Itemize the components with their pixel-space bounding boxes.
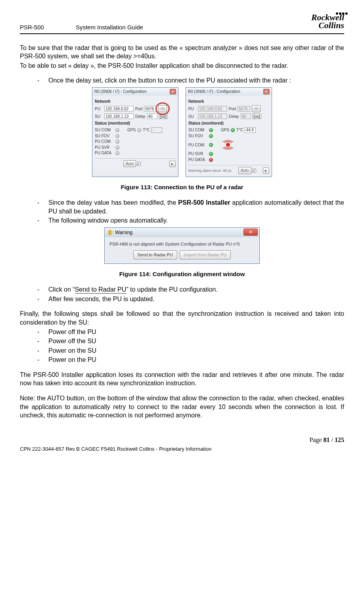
text: Click on “ — [48, 286, 75, 293]
step-text: Power on the PU — [48, 356, 344, 364]
expand-button[interactable]: ▸ — [263, 167, 269, 174]
bullet-list-1: - Once the delay set, click on the butto… — [20, 76, 344, 85]
figure-114-caption: Figure 114: Configuration alignment wind… — [20, 270, 344, 278]
led-icon — [115, 134, 119, 138]
window-title: R0 (SN06 / i7) - Configuration — [94, 89, 147, 94]
pu-label: PU — [188, 106, 196, 112]
dash-icon: - — [37, 337, 48, 346]
gps-label: GPS — [221, 127, 229, 133]
su-ip-input: 192.168.1.13 — [198, 113, 227, 119]
port-input: 5676 — [238, 106, 250, 111]
pudata-label: PU DATA — [95, 150, 114, 156]
list-item: - Click on “Send to Radar PU” to update … — [37, 285, 344, 294]
list-item: - The following window opens automatical… — [37, 216, 344, 225]
led-icon — [209, 158, 213, 162]
proprietary-notice: CPN 222-3044-657 Rev B CAGEC F5491 Rockw… — [20, 446, 344, 453]
temp-display: 44.9 — [245, 127, 256, 133]
bottom-bar: Warning alarm since: 48.1s Auto ▸ — [188, 165, 269, 174]
dash-icon: - — [37, 285, 48, 294]
text: Page — [309, 436, 323, 443]
su-ip-input[interactable]: 192.168.1.13 — [104, 113, 134, 119]
led-icon — [115, 146, 119, 150]
su-row: SU 192.168.1.13 Delay 40 [us] — [188, 113, 269, 119]
pusvr-label: PU SVR — [95, 145, 114, 150]
pu-row: PU 192.168.0.52 Port 5676 — [95, 105, 176, 112]
auto-label: Auto — [238, 167, 251, 174]
logo-arc-icon: ● ● ● ● — [335, 11, 347, 16]
led-icon — [115, 151, 119, 155]
logo-line2: Collins — [307, 21, 344, 29]
port-label: Port — [229, 106, 236, 112]
unit-label: [us] — [253, 113, 261, 119]
led-icon — [209, 143, 213, 147]
warning-title: Warning — [115, 229, 132, 236]
auto-label: Auto — [123, 160, 136, 167]
su-label: SU — [95, 114, 103, 119]
page-number: Page 81 / 125 — [20, 436, 344, 444]
status-header: Status (monitored) — [188, 121, 269, 126]
delay-input[interactable]: 40 — [147, 113, 157, 119]
port-input[interactable]: 5676 — [144, 106, 157, 111]
tc-label: T°C — [236, 127, 243, 133]
para-block-1: To be sure that the radar that is going … — [20, 44, 344, 70]
status-row: SU COM GPS T°C - — [95, 127, 176, 133]
import-from-radar-button[interactable]: Import from Radar PU — [180, 250, 231, 259]
text-link: Send to Radar PU — [75, 286, 126, 294]
para-5: Note: the AUTO button, on the bottom of … — [20, 394, 344, 420]
list-item: -Power off the PU — [37, 328, 344, 336]
para-4: The PSR-500 Installer application loses … — [20, 371, 344, 388]
bottom-bar: Auto ▸ — [95, 158, 176, 167]
checkbox-icon — [252, 169, 256, 173]
list-item: -Power off the SU — [37, 337, 344, 346]
list-item: -Power on the PU — [37, 356, 344, 364]
dash-icon: - — [37, 328, 48, 336]
logo: ● ● ● ● Rockwell Collins — [307, 13, 344, 29]
led-icon — [209, 128, 213, 132]
pu-ip-input: 192.168.0.52 — [198, 106, 227, 111]
warning-window: ! Warning ✕ PSR-HMI is not aligned with … — [104, 227, 260, 264]
window-title: R0 (SN06 / i7) - Configuration — [188, 89, 240, 94]
warning-icon: ! — [107, 230, 113, 235]
expand-button[interactable]: ▸ — [169, 161, 176, 167]
pu-ip-input[interactable]: 192.168.0.52 — [104, 106, 134, 111]
sucom-label: SU COM — [95, 127, 114, 133]
window-titlebar: R0 (SN06 / i7) - Configuration ✕ — [92, 88, 178, 96]
connect-button[interactable] — [252, 105, 261, 112]
pucom-label: PU COM — [188, 142, 207, 148]
text: ” to update the PU configuration. — [126, 286, 218, 293]
sufov-label: SU FOV — [188, 133, 207, 139]
auto-toggle[interactable]: Auto — [238, 167, 256, 174]
bullet-5-text: After few seconds, the PU is updated. — [48, 295, 344, 304]
doc-id: PSR-500 — [20, 23, 44, 31]
figure-113-caption: Figure 113: Connection to the PU of a ra… — [20, 183, 344, 191]
dash-icon: - — [37, 216, 48, 225]
figure-113: R0 (SN06 / i7) - Configuration ✕ Network… — [20, 87, 344, 177]
pucom-label: PU COM — [95, 139, 114, 144]
doc-title: System Installation Guide — [76, 23, 143, 31]
close-icon[interactable]: ✕ — [243, 229, 258, 236]
close-icon[interactable]: ✕ — [170, 89, 176, 94]
bullet-1-text: Once the delay set, click on the button … — [48, 76, 344, 85]
connect-button[interactable] — [158, 105, 167, 112]
para-3: Finally, the following steps shall be fo… — [20, 309, 344, 327]
bullet-4-text: Click on “Send to Radar PU” to update th… — [48, 285, 344, 294]
send-to-radar-button[interactable]: Send to Radar PU — [133, 250, 177, 259]
bullet-list-3: - Click on “Send to Radar PU” to update … — [20, 285, 344, 303]
pudata-label: PU DATA — [188, 157, 207, 163]
led-icon — [115, 140, 119, 144]
led-icon — [115, 128, 119, 132]
page-current: 81 — [324, 436, 330, 443]
delay-input: 40 — [241, 113, 251, 119]
gps-label: GPS — [127, 127, 136, 133]
temp-display: - — [151, 127, 162, 133]
warning-message: PSR-HMI is not aligned with System Confi… — [105, 237, 259, 250]
pu-row: PU 192.168.0.52 Port 5676 — [188, 105, 269, 112]
status-row: SU COM GPS T°C 44.9 — [188, 127, 256, 133]
led-icon — [209, 152, 213, 156]
text-bold: PSR-500 Installer — [178, 199, 230, 206]
alarm-icon — [219, 139, 237, 151]
text: Since the delay value has been modified,… — [48, 199, 178, 206]
close-icon[interactable]: ✕ — [263, 89, 270, 94]
header-left: PSR-500 System Installation Guide — [20, 23, 143, 31]
auto-toggle[interactable]: Auto — [123, 160, 141, 167]
